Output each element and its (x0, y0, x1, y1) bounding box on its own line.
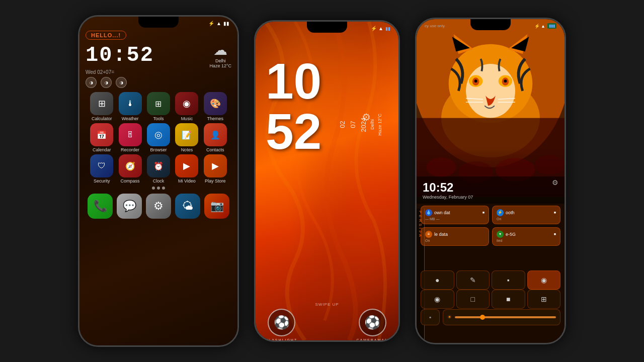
qa2-btn-4[interactable]: ⊞ (527, 290, 561, 309)
weather-label: Weather (122, 116, 139, 121)
contacts-label: Contacts (206, 147, 224, 152)
control-wifi-tile[interactable]: ▾ e-5G ■ ited (492, 227, 560, 246)
weather-app-icon: 🌡 (119, 92, 142, 115)
mobile-tile-label: le data (434, 232, 448, 237)
weather-location: Delhi (209, 58, 231, 63)
app-item-calendar[interactable]: 📅 Calendar (89, 123, 115, 152)
data-tile-toggle: ■ (482, 211, 485, 214)
battery-2: ▮▮ (385, 26, 390, 31)
playstore-icon: ▶ (204, 154, 227, 177)
location-p2: Delhi (369, 114, 376, 136)
phone3-time-area: 10:52 Wednesday, February 07 ⚙ (417, 176, 565, 204)
dock-camera[interactable]: 📷 (204, 194, 229, 219)
cameraman-label: CAMERAMAN (356, 338, 388, 340)
phone2-content: 10 52 ⚙ 02 07 2024 Delhi Haze 12°C SWIPE… (256, 33, 398, 340)
flashlight-label: FLASHLIGHT (266, 338, 297, 340)
status-empty-3: cy use only (425, 24, 445, 28)
dot-1: ◑ (86, 77, 97, 88)
app-item-compass[interactable]: 🧭 Compass (117, 154, 143, 184)
status-icons-3: ⚡ ▲ ▮▮▮ (534, 23, 556, 29)
contacts-icon: 👤 (204, 123, 227, 146)
lockscreen-hour: 10 (266, 58, 321, 104)
status-icons-2: ⚡ ▲ ▮▮ (371, 26, 390, 31)
clock-icon: ⏰ (147, 154, 170, 177)
phone3-gear-icon[interactable]: ⚙ (552, 178, 558, 187)
qa2-btn-2[interactable]: □ (456, 290, 490, 309)
flashlight-btn[interactable]: ⚽ FLASHLIGHT (266, 309, 297, 340)
date-m: 07 (348, 114, 359, 136)
brightness-slider[interactable]: ☀ (443, 309, 560, 325)
weather-p2: Haze 12°C (376, 114, 383, 136)
hello-badge: HELLO...! (86, 31, 126, 40)
app-item-weather[interactable]: 🌡 Weather (117, 92, 143, 121)
qa2-btn-3[interactable]: ■ (492, 290, 525, 309)
brightness-track (455, 316, 556, 318)
dock-weather[interactable]: 🌤 (175, 194, 200, 219)
app-item-tools[interactable]: ⊞ Tools (145, 92, 172, 121)
app-item-notes[interactable]: 📝 Notes (174, 123, 200, 152)
bt-tile-toggle: ■ (554, 211, 556, 214)
flashlight-icon: ⚽ (268, 309, 295, 336)
qa-btn-2[interactable]: ✎ (456, 270, 490, 290)
security-icon: 🛡 (90, 154, 113, 177)
control-bt-tile[interactable]: ⚡ ooth ■ On (492, 206, 560, 224)
qa-btn-1[interactable]: ● (421, 270, 454, 290)
bt-tile-sub: On (497, 217, 556, 221)
qa2-btn-1[interactable]: ◉ (421, 290, 454, 309)
browser-label: Browser (150, 147, 167, 152)
wifi-tile-label: e-5G (506, 232, 516, 237)
app-item-calculator[interactable]: ⊞ Calculator (89, 92, 115, 121)
main-clock: 10:52 (86, 43, 154, 67)
dot-3: ◑ (116, 77, 127, 88)
dock-phone-icon: 📞 (88, 194, 113, 219)
app-item-music[interactable]: ◉ Music (174, 92, 200, 121)
app-item-browser[interactable]: ◎ Browser (145, 123, 172, 152)
phone1-content: HELLO...! 10:52 ☁ Delhi Haze 12°C Wed 02… (79, 28, 237, 219)
bt-icon-2: ⚡ ▲ (371, 26, 383, 31)
dock-settings[interactable]: ⚙ (146, 194, 171, 219)
recorder-label: Recorder (121, 147, 139, 152)
app-item-playstore[interactable]: ▶ Play Store (202, 154, 228, 184)
app-item-mivideo[interactable]: ▶ Mi Video (174, 154, 200, 184)
dot-2: ◑ (101, 77, 112, 88)
page-dot-3 (162, 187, 165, 190)
brightness-sun-icon: ☀ (447, 314, 452, 320)
wifi-tile-sub: ited (497, 239, 556, 242)
playstore-label: Play Store (205, 178, 226, 184)
phone2-bottom-area: ⚽ FLASHLIGHT ⚽ CAMERAMAN (256, 304, 398, 340)
control-data-tile[interactable]: 💧 own dat ■ — MB — (421, 206, 489, 224)
phone-2: ⚡ ▲ ▮▮ 10 52 ⚙ 02 07 2024 Delhi Haze 12°… (254, 20, 400, 342)
compass-icon: 🧭 (119, 154, 142, 177)
qa-btn-4[interactable]: ◉ (527, 270, 561, 290)
dock-phone[interactable]: 📞 (88, 194, 113, 219)
browser-icon: ◎ (147, 123, 170, 146)
weather-icon: ☁ (209, 42, 231, 58)
notes-label: Notes (181, 147, 193, 152)
dock-messages-icon: 💬 (117, 194, 142, 219)
date-d: 02 (338, 114, 348, 136)
app-item-clock[interactable]: ⏰ Clock (145, 154, 172, 184)
app-item-contacts[interactable]: 👤 Contacts (202, 123, 228, 152)
status-icons-1: ⚡ ▲ ▮▮ (208, 21, 229, 26)
calculator-label: Calculator (92, 116, 112, 121)
app-item-recorder[interactable]: 🎚 Recorder (117, 123, 143, 152)
data-dot-icon: 💧 (425, 209, 432, 216)
br-left-btn[interactable]: ▪ (421, 309, 440, 325)
control-mobile-tile[interactable]: ≡ le data On (421, 227, 489, 246)
brightness-row: ▪ ☀ (421, 309, 560, 325)
app-item-security[interactable]: 🛡 Security (89, 154, 115, 184)
bt-dot-icon: ⚡ (497, 209, 504, 216)
app-item-themes[interactable]: 🎨 Themes (202, 92, 228, 121)
calendar-icon: 📅 (90, 123, 113, 146)
camera-btn[interactable]: ⚽ CAMERAMAN (356, 309, 388, 340)
battery-3: ▮▮▮ (547, 23, 556, 29)
tools-label: Tools (153, 116, 164, 121)
battery-icon: ▮▮ (223, 21, 229, 26)
bt-icon-3: ⚡ ▲ (534, 24, 545, 29)
wifi-tile-toggle: ■ (554, 232, 556, 236)
dock-messages[interactable]: 💬 (117, 194, 142, 219)
side-date: 02 07 2024 Delhi Haze 12°C (338, 114, 383, 136)
wifi-dot-icon: ▾ (497, 231, 504, 238)
notch-2 (307, 22, 347, 33)
qa-btn-3[interactable]: ▪ (492, 270, 525, 290)
